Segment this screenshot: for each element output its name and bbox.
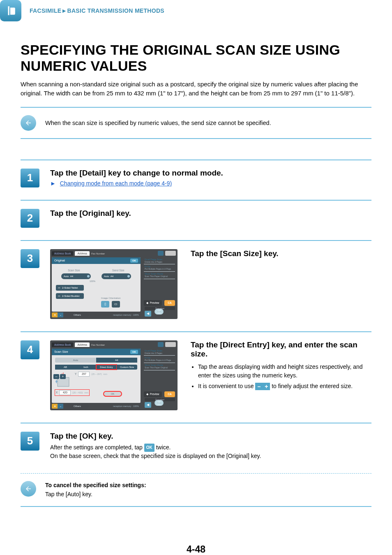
ss-inner-ok-button: OK xyxy=(104,391,122,396)
ss-scan-size-label: Scan Size xyxy=(68,269,80,272)
chevron-down-icon: ⌄ xyxy=(58,312,63,317)
changing-mode-link[interactable]: Changing mode from each mode (page 4-9) xyxy=(60,180,172,187)
ss-others-button: Others xyxy=(66,312,89,317)
step-number: 1 xyxy=(21,169,39,187)
expand-icon xyxy=(165,342,176,347)
ss-ca-button: CA xyxy=(164,300,175,306)
ss-fax-number-label: Fax Number xyxy=(91,252,105,255)
plus-icon: + xyxy=(60,374,66,379)
ss-2sided-tablet: ▭2-Sided Tablet xyxy=(56,285,84,291)
expand-icon xyxy=(165,251,176,256)
step-1-title: Tap the [Detail] key to change to normal… xyxy=(50,169,371,178)
ss-tab-custom: Custom Size xyxy=(117,365,137,370)
step-3-title: Tap the [Scan Size] key. xyxy=(191,249,279,258)
star-icon: ★ xyxy=(52,312,58,317)
step-2: 2 Tap the [Original] key. xyxy=(21,200,371,240)
step-5-line1: After the settings are completed, tap OK… xyxy=(50,443,371,452)
ss-tab-a4: A4 xyxy=(96,358,137,363)
ss-tab-direct-entry: Direct Entry xyxy=(96,365,117,370)
bottom-rule xyxy=(21,506,371,507)
ss-send-size-label: Send Size xyxy=(112,269,125,272)
step-5-title: Tap the [OK] key. xyxy=(50,432,371,441)
note-text: When the scan size is specified by numer… xyxy=(45,120,271,126)
step-3: 3 Address Book Address Fax Number Origin… xyxy=(21,240,371,331)
ss-right-panel: Dual Page ScanDivide into 2 Pages N-UpPu… xyxy=(144,349,175,370)
ss-tab-auto: Auto xyxy=(55,358,96,363)
ss-ca-button: CA xyxy=(164,391,175,397)
ss-address-tab: Address xyxy=(75,342,90,347)
ss-reception-memory: reception memory : 100% xyxy=(89,314,141,316)
chevron-down-icon: ⌄ xyxy=(58,404,63,409)
ok-badge-icon: OK xyxy=(144,444,154,452)
ss-preview-button: ◆ Preview xyxy=(144,300,162,306)
plus-minus-inline: –+ xyxy=(255,383,270,390)
step-1: 1 Tap the [Detail] key to change to norm… xyxy=(21,160,371,200)
search-icon xyxy=(158,251,164,256)
back-arrow-icon xyxy=(21,115,36,131)
cancel-title: To cancel the specified size settings: xyxy=(45,481,146,490)
ss-play-icon: ◀ xyxy=(145,311,151,317)
ss-y-value: 297 xyxy=(78,372,90,377)
ss-plus-minus: – + xyxy=(53,374,66,379)
ss-x-range: (25 ~ 432) xyxy=(72,391,83,394)
back-arrow-icon xyxy=(21,481,36,497)
ss-address-tab: Address xyxy=(75,251,90,256)
step-number: 5 xyxy=(21,432,39,451)
step-number: 4 xyxy=(21,340,39,359)
note-block: When the scan size is specified by numer… xyxy=(21,107,371,139)
ss-ok-button: OK xyxy=(130,350,138,354)
step-4-screenshot: Address Book Address Fax Number Scan Siz… xyxy=(50,340,178,410)
ss-panel-title: Scan Size xyxy=(54,350,68,354)
ss-scan-size-pill: Auto A4 xyxy=(61,273,91,279)
header-bar: FACSIMILE►BASIC TRANSMISSION METHODS xyxy=(0,0,392,30)
step-4-bullet-1: Tap the areas displaying width and heigh… xyxy=(198,363,371,380)
ss-send-size-pill: Auto A4 xyxy=(101,273,131,279)
ss-landscape-icon: ▭ xyxy=(112,301,120,308)
ss-right-panel: Dual Page ScanDivide into 2 Pages N-UpPu… xyxy=(144,257,175,279)
ss-others-button: Others xyxy=(66,404,89,409)
step-4-bullets: Tap the areas displaying width and heigh… xyxy=(191,363,371,391)
star-icon: ★ xyxy=(52,404,58,409)
cancel-block: To cancel the specified size settings: T… xyxy=(21,481,371,499)
ss-fax-number-label: Fax Number xyxy=(91,344,105,346)
ss-y-label: Y xyxy=(75,372,76,375)
minus-icon: – xyxy=(53,374,59,379)
page-number: 4-48 xyxy=(0,544,392,555)
step-number: 2 xyxy=(21,209,39,228)
step-4-bullet-2: It is convenient to use –+ to finely adj… xyxy=(198,382,371,391)
ss-play-icon: ◀ xyxy=(145,402,151,408)
search-icon xyxy=(158,342,164,347)
plus-icon: + xyxy=(263,383,270,390)
ss-x-row: X 420 (25 ~ 432) mm xyxy=(55,390,89,395)
step-3-screenshot: Address Book Address Fax Number Original… xyxy=(50,249,178,319)
ss-start-button: Start xyxy=(154,400,164,406)
ss-2sided-booklet: ▭2-Sided Booklet xyxy=(56,293,84,299)
cancel-body: Tap the [Auto] key. xyxy=(45,490,146,499)
ss-tab-inch: Inch xyxy=(76,365,96,370)
fax-icon xyxy=(0,0,21,21)
page-title: SPECIFYING THE ORIGINAL SCAN SIZE USING … xyxy=(21,42,371,74)
step-2-title: Tap the [Original] key. xyxy=(50,209,371,218)
dashed-separator xyxy=(21,473,371,474)
ss-y-range: (25 ~ 297) xyxy=(91,373,101,375)
ss-address-book-tab: Address Book xyxy=(52,342,73,347)
ss-image-orientation-label: Image Orientation xyxy=(101,297,121,299)
ss-ratio: 100% xyxy=(90,280,141,282)
ss-ok-button: OK xyxy=(130,259,138,263)
ss-x-label: X xyxy=(56,391,58,394)
arrow-icon: ► xyxy=(50,180,56,187)
ss-panel-title: Original xyxy=(54,259,65,262)
ss-tab-ab: AB xyxy=(55,365,76,370)
step-number: 3 xyxy=(21,249,39,268)
ss-portrait-icon: ▯ xyxy=(101,301,109,308)
step-1-link-line: ► Changing mode from each mode (page 4-9… xyxy=(50,180,371,187)
ss-start-button: Start xyxy=(154,309,164,314)
breadcrumb: FACSIMILE►BASIC TRANSMISSION METHODS xyxy=(30,7,164,14)
ss-reception-memory: reception memory : 100% xyxy=(89,405,141,407)
ss-address-book-tab: Address Book xyxy=(52,251,73,256)
step-4-title: Tap the [Direct Entry] key, and enter th… xyxy=(191,340,371,358)
step-5-line2: On the base screen, check that the speci… xyxy=(50,452,371,461)
intro-paragraph: When scanning a non-standard size origin… xyxy=(21,80,371,98)
step-5: 5 Tap the [OK] key. After the settings a… xyxy=(21,423,371,466)
minus-icon: – xyxy=(255,383,263,390)
